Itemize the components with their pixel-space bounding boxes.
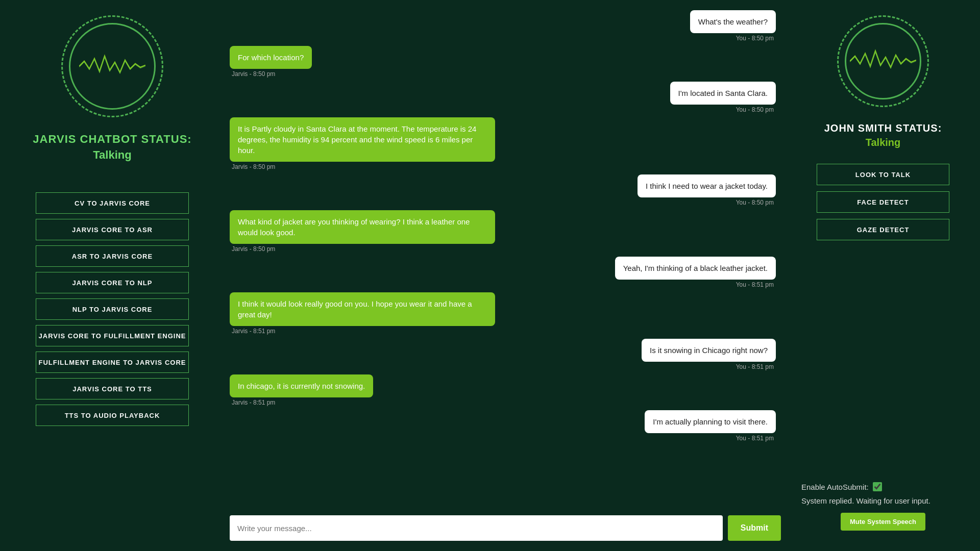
submit-button[interactable]: Submit xyxy=(728,515,781,541)
chat-messages: What's the weather?You - 8:50 pmFor whic… xyxy=(230,10,781,510)
chat-message-2: I'm located in Santa Clara.You - 8:50 pm xyxy=(230,82,776,113)
left-nav-btn-fulfillment-to-jarvis[interactable]: FULFILLMENT ENGINE TO JARVIS CORE xyxy=(36,352,189,373)
chat-input-row: Submit xyxy=(230,515,781,541)
user-status-label: JOHN SMITH STATUS: xyxy=(824,122,942,134)
mute-button[interactable]: Mute System Speech xyxy=(841,513,925,531)
chat-message-10: I'm actually planning to visit there.You… xyxy=(230,410,776,442)
jarvis-status-label: JARVIS CHATBOT STATUS: xyxy=(33,133,191,146)
chat-message-4: I think I need to wear a jacket today.Yo… xyxy=(230,174,776,206)
user-status-block: JOHN SMITH STATUS: Talking xyxy=(824,122,942,148)
message-bubble-0: What's the weather? xyxy=(690,10,776,33)
left-nav-btn-asr-to-jarvis[interactable]: ASR TO JARVIS CORE xyxy=(36,245,189,267)
message-meta-1: Jarvis - 8:50 pm xyxy=(230,70,277,78)
left-nav-btn-nlp-to-jarvis[interactable]: NLP TO JARVIS CORE xyxy=(36,298,189,320)
jarvis-status-block: JARVIS CHATBOT STATUS: Talking xyxy=(33,133,191,177)
message-meta-10: You - 8:51 pm xyxy=(734,435,776,442)
user-avatar-inner xyxy=(845,23,921,99)
left-nav-btn-cv-to-jarvis[interactable]: CV TO JARVIS CORE xyxy=(36,192,189,214)
user-status-value: Talking xyxy=(824,137,942,148)
message-bubble-4: I think I need to wear a jacket today. xyxy=(638,174,776,197)
message-bubble-10: I'm actually planning to visit there. xyxy=(645,410,776,433)
right-nav-btn-face-detect[interactable]: FACE DETECT xyxy=(817,191,949,213)
message-bubble-5: What kind of jacket are you thinking of … xyxy=(230,210,495,244)
chat-message-1: For which location?Jarvis - 8:50 pm xyxy=(230,46,776,78)
message-meta-4: You - 8:50 pm xyxy=(734,199,776,206)
message-bubble-2: I'm located in Santa Clara. xyxy=(670,82,776,105)
left-nav-btn-jarvis-to-fulfillment[interactable]: JARVIS CORE TO FULFILLMENT ENGINE xyxy=(36,325,189,346)
autosubmit-label: Enable AutoSubmit: xyxy=(801,483,869,491)
chat-message-7: I think it would look really good on you… xyxy=(230,292,776,335)
chat-message-0: What's the weather?You - 8:50 pm xyxy=(230,10,776,42)
user-avatar-circle xyxy=(837,15,929,107)
left-nav-btn-jarvis-to-asr[interactable]: JARVIS CORE TO ASR xyxy=(36,219,189,240)
message-meta-7: Jarvis - 8:51 pm xyxy=(230,328,277,335)
autosubmit-row: Enable AutoSubmit: xyxy=(796,482,970,491)
message-meta-5: Jarvis - 8:50 pm xyxy=(230,245,277,253)
message-meta-6: You - 8:51 pm xyxy=(734,281,776,288)
system-status-text: System replied. Waiting for user input. xyxy=(796,496,970,505)
message-bubble-3: It is Partly cloudy in Santa Clara at th… xyxy=(230,117,495,162)
jarvis-avatar-circle xyxy=(61,15,163,117)
right-nav-btn-look-to-talk[interactable]: LOOK TO TALK xyxy=(817,164,949,185)
right-nav-buttons: LOOK TO TALKFACE DETECTGAZE DETECT xyxy=(817,164,949,246)
jarvis-status-value: Talking xyxy=(33,148,191,162)
message-bubble-1: For which location? xyxy=(230,46,312,69)
left-nav-btn-jarvis-to-nlp[interactable]: JARVIS CORE TO NLP xyxy=(36,272,189,293)
message-meta-8: You - 8:51 pm xyxy=(734,363,776,370)
message-input[interactable] xyxy=(230,515,723,541)
left-panel: JARVIS CHATBOT STATUS: Talking CV TO JAR… xyxy=(0,0,225,551)
chat-message-6: Yeah, I'm thinking of a black leather ja… xyxy=(230,257,776,288)
message-bubble-9: In chicago, it is currently not snowing. xyxy=(230,374,373,397)
message-meta-0: You - 8:50 pm xyxy=(734,35,776,42)
chat-panel: What's the weather?You - 8:50 pmFor whic… xyxy=(225,0,786,551)
jarvis-avatar-inner xyxy=(69,23,156,110)
message-meta-3: Jarvis - 8:50 pm xyxy=(230,163,277,170)
chat-message-8: Is it snowing in Chicago right now?You -… xyxy=(230,339,776,370)
right-nav-btn-gaze-detect[interactable]: GAZE DETECT xyxy=(817,219,949,240)
autosubmit-checkbox[interactable] xyxy=(873,482,882,491)
left-nav-btn-jarvis-to-tts[interactable]: JARVIS CORE TO TTS xyxy=(36,378,189,399)
left-nav-btn-tts-to-audio[interactable]: TTS TO AUDIO PLAYBACK xyxy=(36,405,189,426)
chat-message-5: What kind of jacket are you thinking of … xyxy=(230,210,776,253)
chat-message-3: It is Partly cloudy in Santa Clara at th… xyxy=(230,117,776,170)
message-bubble-6: Yeah, I'm thinking of a black leather ja… xyxy=(615,257,776,280)
right-panel: JOHN SMITH STATUS: Talking LOOK TO TALKF… xyxy=(786,0,980,551)
user-waveform-icon xyxy=(850,46,916,77)
message-bubble-7: I think it would look really good on you… xyxy=(230,292,495,326)
chat-message-9: In chicago, it is currently not snowing.… xyxy=(230,374,776,406)
message-bubble-8: Is it snowing in Chicago right now? xyxy=(642,339,776,362)
message-meta-2: You - 8:50 pm xyxy=(734,106,776,113)
message-meta-9: Jarvis - 8:51 pm xyxy=(230,399,277,406)
left-nav-buttons: CV TO JARVIS COREJARVIS CORE TO ASRASR T… xyxy=(36,192,189,431)
jarvis-waveform-icon xyxy=(79,51,145,82)
